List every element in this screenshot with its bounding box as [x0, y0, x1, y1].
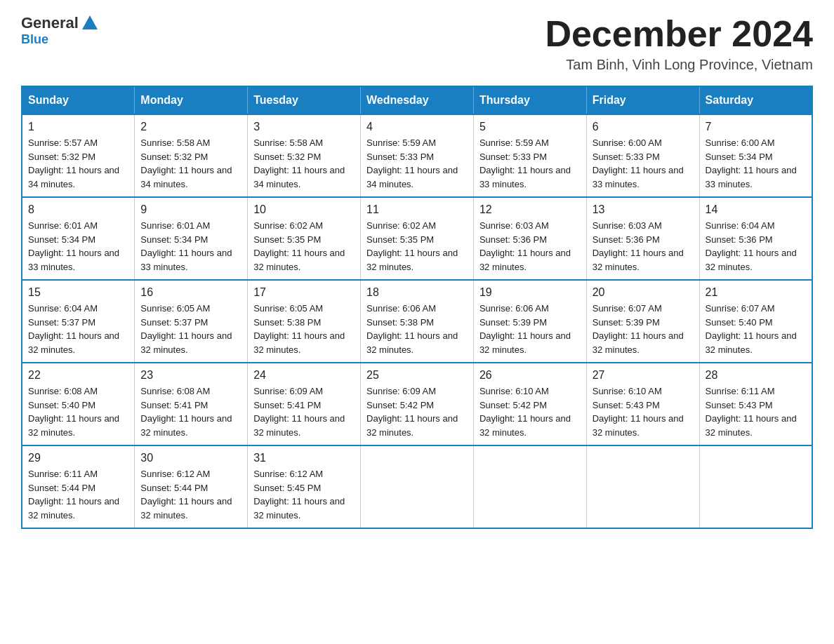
- calendar-cell: 9Sunrise: 6:01 AMSunset: 5:34 PMDaylight…: [135, 197, 248, 280]
- day-info: Sunrise: 5:58 AMSunset: 5:32 PMDaylight:…: [140, 136, 241, 191]
- month-title: December 2024: [545, 14, 813, 54]
- calendar-cell: 10Sunrise: 6:02 AMSunset: 5:35 PMDayligh…: [248, 197, 361, 280]
- calendar-week-row: 29Sunrise: 6:11 AMSunset: 5:44 PMDayligh…: [22, 445, 812, 528]
- calendar-cell: 27Sunrise: 6:10 AMSunset: 5:43 PMDayligh…: [586, 363, 699, 445]
- calendar-week-row: 1Sunrise: 5:57 AMSunset: 5:32 PMDaylight…: [22, 114, 812, 197]
- day-info: Sunrise: 5:58 AMSunset: 5:32 PMDaylight:…: [253, 136, 355, 191]
- day-number: 1: [28, 121, 128, 133]
- day-number: 20: [593, 286, 694, 299]
- logo-blue-text: Blue: [21, 32, 48, 46]
- day-info: Sunrise: 6:00 AMSunset: 5:34 PMDaylight:…: [706, 136, 806, 191]
- day-info: Sunrise: 6:01 AMSunset: 5:34 PMDaylight:…: [28, 219, 128, 274]
- day-number: 12: [479, 203, 581, 216]
- day-info: Sunrise: 6:02 AMSunset: 5:35 PMDaylight:…: [253, 219, 355, 274]
- day-number: 17: [253, 286, 355, 299]
- calendar-cell: [586, 445, 699, 528]
- day-number: 30: [140, 452, 241, 464]
- calendar-cell: 15Sunrise: 6:04 AMSunset: 5:37 PMDayligh…: [22, 280, 135, 363]
- svg-marker-0: [82, 15, 98, 29]
- day-info: Sunrise: 6:09 AMSunset: 5:42 PMDaylight:…: [366, 384, 468, 439]
- calendar-cell: 23Sunrise: 6:08 AMSunset: 5:41 PMDayligh…: [135, 363, 248, 445]
- day-number: 6: [593, 121, 694, 133]
- day-info: Sunrise: 5:57 AMSunset: 5:32 PMDaylight:…: [28, 136, 128, 191]
- calendar-week-row: 15Sunrise: 6:04 AMSunset: 5:37 PMDayligh…: [22, 280, 812, 363]
- day-info: Sunrise: 6:04 AMSunset: 5:37 PMDaylight:…: [28, 302, 128, 356]
- day-info: Sunrise: 6:05 AMSunset: 5:38 PMDaylight:…: [253, 302, 355, 356]
- day-number: 18: [366, 286, 468, 299]
- calendar-cell: [361, 445, 474, 528]
- logo: General Blue: [21, 14, 98, 47]
- day-header-friday: Friday: [586, 86, 699, 114]
- day-info: Sunrise: 5:59 AMSunset: 5:33 PMDaylight:…: [366, 136, 468, 191]
- day-info: Sunrise: 6:06 AMSunset: 5:38 PMDaylight:…: [366, 302, 468, 356]
- day-number: 5: [479, 121, 581, 133]
- day-number: 13: [593, 203, 694, 216]
- calendar-cell: 24Sunrise: 6:09 AMSunset: 5:41 PMDayligh…: [248, 363, 361, 445]
- calendar-cell: 25Sunrise: 6:09 AMSunset: 5:42 PMDayligh…: [361, 363, 474, 445]
- day-number: 29: [28, 452, 128, 464]
- page-header: General Blue December 2024 Tam Binh, Vin…: [21, 14, 813, 73]
- day-info: Sunrise: 6:11 AMSunset: 5:43 PMDaylight:…: [706, 384, 806, 439]
- calendar-cell: [699, 445, 812, 528]
- calendar-cell: 16Sunrise: 6:05 AMSunset: 5:37 PMDayligh…: [135, 280, 248, 363]
- day-info: Sunrise: 6:12 AMSunset: 5:45 PMDaylight:…: [253, 467, 355, 522]
- calendar-cell: 28Sunrise: 6:11 AMSunset: 5:43 PMDayligh…: [699, 363, 812, 445]
- day-number: 14: [706, 203, 806, 216]
- calendar-cell: 6Sunrise: 6:00 AMSunset: 5:33 PMDaylight…: [586, 114, 699, 197]
- day-info: Sunrise: 6:08 AMSunset: 5:41 PMDaylight:…: [140, 384, 241, 439]
- calendar-cell: 3Sunrise: 5:58 AMSunset: 5:32 PMDaylight…: [248, 114, 361, 197]
- day-number: 22: [28, 369, 128, 382]
- day-number: 19: [479, 286, 581, 299]
- calendar-cell: 26Sunrise: 6:10 AMSunset: 5:42 PMDayligh…: [473, 363, 586, 445]
- day-info: Sunrise: 6:01 AMSunset: 5:34 PMDaylight:…: [140, 219, 241, 274]
- day-number: 24: [253, 369, 355, 382]
- day-number: 11: [366, 203, 468, 216]
- logo-triangle-icon: [82, 15, 98, 29]
- day-number: 28: [706, 369, 806, 382]
- day-info: Sunrise: 6:10 AMSunset: 5:43 PMDaylight:…: [593, 384, 694, 439]
- day-number: 10: [253, 203, 355, 216]
- day-info: Sunrise: 6:08 AMSunset: 5:40 PMDaylight:…: [28, 384, 128, 439]
- calendar-cell: 14Sunrise: 6:04 AMSunset: 5:36 PMDayligh…: [699, 197, 812, 280]
- day-header-saturday: Saturday: [699, 86, 812, 114]
- day-number: 31: [253, 452, 355, 464]
- calendar-cell: 12Sunrise: 6:03 AMSunset: 5:36 PMDayligh…: [473, 197, 586, 280]
- calendar-cell: 2Sunrise: 5:58 AMSunset: 5:32 PMDaylight…: [135, 114, 248, 197]
- day-info: Sunrise: 6:05 AMSunset: 5:37 PMDaylight:…: [140, 302, 241, 356]
- calendar-week-row: 22Sunrise: 6:08 AMSunset: 5:40 PMDayligh…: [22, 363, 812, 445]
- calendar-cell: 19Sunrise: 6:06 AMSunset: 5:39 PMDayligh…: [473, 280, 586, 363]
- calendar-cell: 8Sunrise: 6:01 AMSunset: 5:34 PMDaylight…: [22, 197, 135, 280]
- day-info: Sunrise: 6:12 AMSunset: 5:44 PMDaylight:…: [140, 467, 241, 522]
- logo-general-text: General: [21, 14, 79, 32]
- day-info: Sunrise: 6:03 AMSunset: 5:36 PMDaylight:…: [593, 219, 694, 274]
- calendar-cell: 1Sunrise: 5:57 AMSunset: 5:32 PMDaylight…: [22, 114, 135, 197]
- calendar-cell: 31Sunrise: 6:12 AMSunset: 5:45 PMDayligh…: [248, 445, 361, 528]
- day-number: 15: [28, 286, 128, 299]
- calendar-cell: 30Sunrise: 6:12 AMSunset: 5:44 PMDayligh…: [135, 445, 248, 528]
- day-info: Sunrise: 5:59 AMSunset: 5:33 PMDaylight:…: [479, 136, 581, 191]
- calendar-cell: 29Sunrise: 6:11 AMSunset: 5:44 PMDayligh…: [22, 445, 135, 528]
- day-number: 25: [366, 369, 468, 382]
- day-info: Sunrise: 6:04 AMSunset: 5:36 PMDaylight:…: [706, 219, 806, 274]
- day-number: 16: [140, 286, 241, 299]
- day-header-thursday: Thursday: [473, 86, 586, 114]
- day-info: Sunrise: 6:00 AMSunset: 5:33 PMDaylight:…: [593, 136, 694, 191]
- day-info: Sunrise: 6:06 AMSunset: 5:39 PMDaylight:…: [479, 302, 581, 356]
- calendar-cell: 5Sunrise: 5:59 AMSunset: 5:33 PMDaylight…: [473, 114, 586, 197]
- calendar-week-row: 8Sunrise: 6:01 AMSunset: 5:34 PMDaylight…: [22, 197, 812, 280]
- day-number: 21: [706, 286, 806, 299]
- calendar-cell: 22Sunrise: 6:08 AMSunset: 5:40 PMDayligh…: [22, 363, 135, 445]
- day-info: Sunrise: 6:09 AMSunset: 5:41 PMDaylight:…: [253, 384, 355, 439]
- day-number: 23: [140, 369, 241, 382]
- day-number: 2: [140, 121, 241, 133]
- calendar-header-row: SundayMondayTuesdayWednesdayThursdayFrid…: [22, 86, 812, 114]
- day-number: 9: [140, 203, 241, 216]
- day-number: 4: [366, 121, 468, 133]
- title-section: December 2024 Tam Binh, Vinh Long Provin…: [545, 14, 813, 73]
- day-info: Sunrise: 6:07 AMSunset: 5:39 PMDaylight:…: [593, 302, 694, 356]
- calendar-cell: [473, 445, 586, 528]
- day-header-sunday: Sunday: [22, 86, 135, 114]
- calendar-cell: 7Sunrise: 6:00 AMSunset: 5:34 PMDaylight…: [699, 114, 812, 197]
- day-info: Sunrise: 6:11 AMSunset: 5:44 PMDaylight:…: [28, 467, 128, 522]
- calendar-cell: 21Sunrise: 6:07 AMSunset: 5:40 PMDayligh…: [699, 280, 812, 363]
